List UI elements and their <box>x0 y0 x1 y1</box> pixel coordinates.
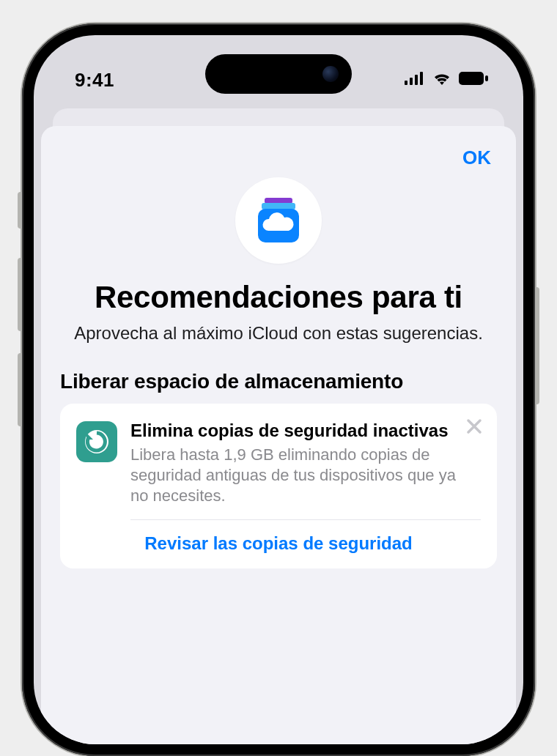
cellular-icon <box>405 72 425 88</box>
page-subtitle: Aprovecha al máximo iCloud con estas sug… <box>60 322 497 344</box>
recommendations-sheet: OK Recomendaciones para ti Aprovecha al … <box>41 126 516 744</box>
volume-up-button <box>18 258 22 331</box>
silent-switch <box>18 192 22 229</box>
front-camera <box>322 66 339 82</box>
card-content-row: Elimina copias de seguridad inactivas Li… <box>76 420 481 506</box>
volume-down-button <box>18 353 22 426</box>
card-title: Elimina copias de seguridad inactivas <box>130 420 459 441</box>
svg-rect-5 <box>485 75 488 81</box>
svg-rect-2 <box>415 75 418 85</box>
dynamic-island <box>205 54 352 94</box>
svg-rect-7 <box>262 203 295 210</box>
dismiss-card-button[interactable] <box>465 417 484 436</box>
review-backups-button[interactable]: Revisar las copias de seguridad <box>76 520 481 568</box>
icloud-files-icon <box>253 195 304 246</box>
recommendation-card-backups[interactable]: Elimina copias de seguridad inactivas Li… <box>60 404 497 568</box>
card-description: Libera hasta 1,9 GB eliminando copias de… <box>130 445 459 506</box>
screen: 9:41 <box>34 35 523 744</box>
status-icons <box>405 71 488 89</box>
section-title-free-space: Liberar espacio de almacenamiento <box>60 369 497 393</box>
svg-rect-4 <box>459 72 484 85</box>
device-frame: 9:41 <box>22 23 535 756</box>
status-time: 9:41 <box>75 69 114 92</box>
svg-rect-3 <box>420 72 423 85</box>
sheet-header: OK <box>60 141 497 174</box>
side-button <box>535 287 539 404</box>
hero-icon-circle <box>235 177 322 264</box>
card-body: Elimina copias de seguridad inactivas Li… <box>130 420 481 506</box>
svg-rect-1 <box>410 78 413 85</box>
svg-rect-0 <box>405 81 407 85</box>
wifi-icon <box>432 71 451 89</box>
done-button[interactable]: OK <box>462 147 497 169</box>
svg-rect-6 <box>265 198 292 204</box>
page-title: Recomendaciones para ti <box>60 280 497 314</box>
battery-icon <box>459 72 488 88</box>
backup-icon <box>76 421 117 462</box>
